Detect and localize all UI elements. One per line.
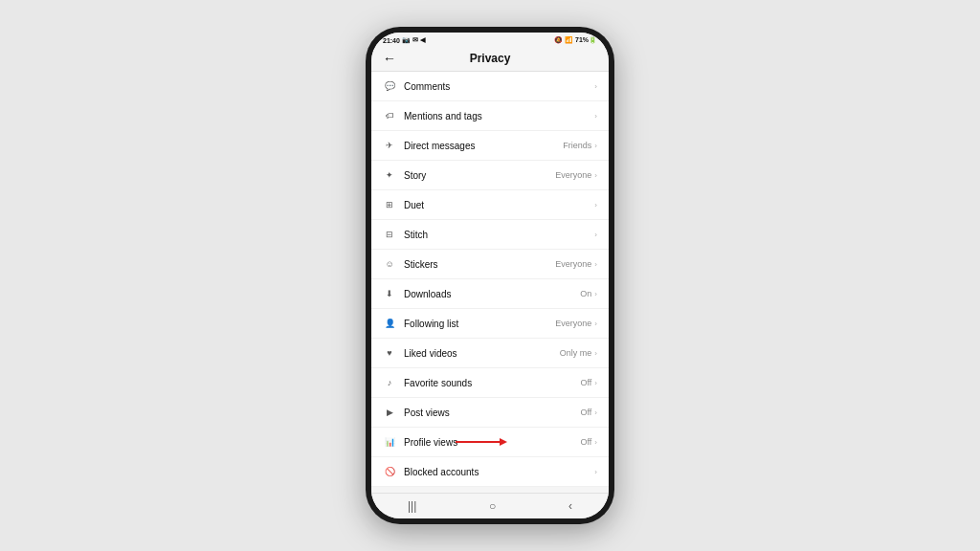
blocked-icon: 🚫 — [383, 465, 396, 478]
settings-list: 💬 Comments › 🏷 Mentions and tags › ✈ Dir… — [371, 72, 609, 493]
following-label: Following list — [404, 319, 555, 329]
stickers-icon: ☺ — [383, 257, 396, 271]
nav-home[interactable]: ○ — [489, 499, 496, 513]
list-item-profile-views[interactable]: 📊 Profile views Off › — [371, 428, 609, 457]
signal-icon: 🔕 — [554, 36, 563, 44]
annotation-arrow — [456, 436, 508, 448]
list-item-post-views[interactable]: ▶ Post views Off › — [371, 398, 609, 428]
dm-label: Direct messages — [404, 141, 563, 151]
list-item-stitch[interactable]: ⊟ Stitch › — [371, 220, 609, 250]
story-label: Story — [404, 170, 555, 181]
chevron-icon: › — [594, 231, 597, 239]
dm-icon: ✈ — [383, 139, 396, 152]
page-title: Privacy — [470, 52, 511, 65]
nav-bar: ||| ○ ‹ — [371, 493, 609, 518]
sounds-icon: ♪ — [383, 376, 396, 389]
following-icon: 👤 — [383, 317, 396, 330]
list-item-stickers[interactable]: ☺ Stickers Everyone › — [371, 250, 609, 279]
battery-text: 71%🔋 — [575, 36, 597, 44]
list-item-story[interactable]: ✦ Story Everyone › — [371, 161, 609, 190]
chevron-icon: › — [594, 438, 597, 447]
liked-icon: ♥ — [383, 346, 396, 360]
list-item-liked[interactable]: ♥ Liked videos Only me › — [371, 339, 609, 368]
comments-label: Comments — [404, 81, 591, 92]
chevron-icon: › — [594, 201, 597, 209]
status-bar: 21:40 📷 ✉ ◀ 🔕 📶 71%🔋 — [371, 33, 609, 46]
chevron-icon: › — [594, 142, 597, 150]
status-right: 🔕 📶 71%🔋 — [554, 36, 597, 44]
chevron-icon: › — [594, 171, 597, 180]
duet-label: Duet — [404, 200, 591, 210]
stickers-label: Stickers — [404, 259, 555, 270]
chevron-icon: › — [594, 82, 597, 91]
stitch-label: Stitch — [404, 230, 591, 240]
liked-value: Only me — [560, 348, 592, 358]
duet-icon: ⊞ — [383, 198, 396, 211]
list-item-sounds[interactable]: ♪ Favorite sounds Off › — [371, 368, 609, 398]
list-item-dm[interactable]: ✈ Direct messages Friends › — [371, 131, 609, 161]
back-button[interactable]: ← — [383, 51, 396, 66]
page-header: ← Privacy — [371, 46, 609, 72]
status-time: 21:40 — [383, 37, 400, 44]
chevron-icon: › — [594, 260, 597, 269]
chevron-icon: › — [594, 379, 597, 387]
stickers-value: Everyone — [555, 259, 591, 269]
dm-value: Friends — [563, 141, 591, 150]
mentions-icon: 🏷 — [383, 109, 396, 122]
downloads-value: On — [580, 289, 591, 298]
list-item-duet[interactable]: ⊞ Duet › — [371, 190, 609, 220]
blocked-label: Blocked accounts — [404, 467, 591, 477]
sounds-label: Favorite sounds — [404, 378, 580, 388]
chevron-icon: › — [594, 468, 597, 476]
phone-frame: 21:40 📷 ✉ ◀ 🔕 📶 71%🔋 ← Privacy 💬 Comment… — [366, 27, 614, 524]
chevron-icon: › — [594, 290, 597, 298]
wifi-icon: 📶 — [565, 36, 573, 44]
stitch-icon: ⊟ — [383, 228, 396, 241]
chevron-icon: › — [594, 349, 597, 358]
list-item-mentions[interactable]: 🏷 Mentions and tags › — [371, 101, 609, 131]
following-value: Everyone — [555, 319, 591, 328]
post-views-icon: ▶ — [383, 406, 396, 419]
chevron-icon: › — [594, 112, 597, 121]
story-icon: ✦ — [383, 168, 396, 182]
profile-views-value: Off — [580, 437, 591, 447]
sounds-value: Off — [580, 378, 591, 387]
list-item-following[interactable]: 👤 Following list Everyone › — [371, 309, 609, 339]
svg-marker-1 — [500, 438, 507, 446]
chevron-icon: › — [594, 320, 597, 328]
chevron-icon: › — [594, 408, 597, 417]
downloads-label: Downloads — [404, 289, 580, 299]
post-views-value: Off — [580, 408, 591, 417]
nav-recent-apps[interactable]: ||| — [408, 499, 416, 513]
nav-back[interactable]: ‹ — [568, 499, 572, 513]
comments-icon: 💬 — [383, 79, 396, 93]
story-value: Everyone — [555, 170, 591, 180]
status-icons: 📷 ✉ ◀ — [402, 36, 425, 44]
downloads-icon: ⬇ — [383, 287, 396, 300]
status-left: 21:40 📷 ✉ ◀ — [383, 36, 425, 44]
liked-label: Liked videos — [404, 348, 560, 359]
profile-views-icon: 📊 — [383, 435, 396, 449]
list-item-comments[interactable]: 💬 Comments › — [371, 72, 609, 101]
phone-screen: 21:40 📷 ✉ ◀ 🔕 📶 71%🔋 ← Privacy 💬 Comment… — [371, 33, 609, 518]
post-views-label: Post views — [404, 408, 580, 418]
list-item-blocked[interactable]: 🚫 Blocked accounts › — [371, 457, 609, 487]
list-item-downloads[interactable]: ⬇ Downloads On › — [371, 279, 609, 309]
red-arrow-svg — [456, 436, 508, 448]
mentions-label: Mentions and tags — [404, 111, 591, 121]
